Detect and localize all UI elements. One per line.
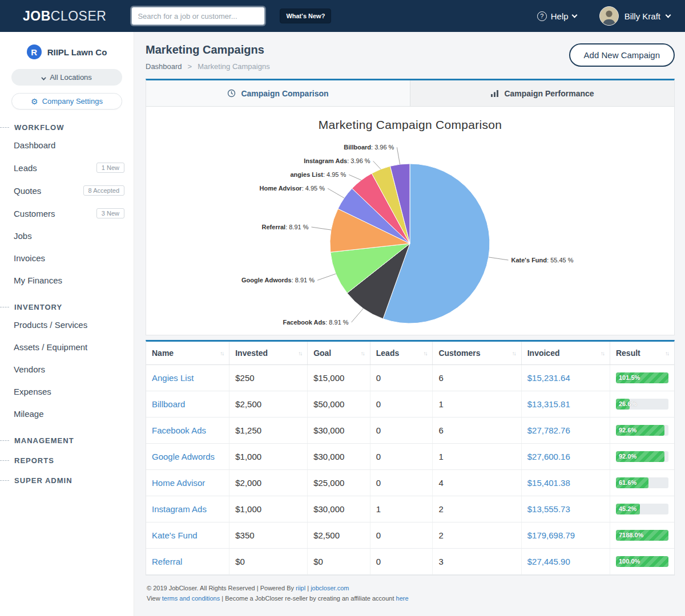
cell-result: 61.6% <box>610 470 674 496</box>
cell-leads: 0 <box>370 522 433 549</box>
company-settings-button[interactable]: ⚙ Company Settings <box>11 93 122 110</box>
cell-name: Instagram Ads <box>146 496 229 522</box>
tab-campaign-comparison[interactable]: Campaign Comparison <box>146 80 410 106</box>
jobcloser-logo[interactable]: JOBCLOSER <box>23 9 106 24</box>
search-input[interactable] <box>131 7 265 25</box>
campaign-name-link[interactable]: Google Adwords <box>152 452 215 461</box>
sidebar-item-mileage[interactable]: Mileage <box>0 403 134 425</box>
sidebar-item-leads[interactable]: Leads1 New <box>0 156 134 179</box>
cell-goal: $30,000 <box>308 444 370 470</box>
invoiced-link[interactable]: $13,315.81 <box>527 399 570 409</box>
campaign-name-link[interactable]: Billboard <box>152 399 185 409</box>
company-name: RIIPL Lawn Co <box>47 47 107 57</box>
campaign-name-link[interactable]: Instagram Ads <box>152 504 207 514</box>
chart-title: Marketing Campaign Comparison <box>146 118 674 132</box>
footer-link[interactable]: terms and conditions <box>162 595 220 602</box>
cell-invoiced: $15,231.64 <box>521 365 610 391</box>
campaign-name-link[interactable]: Kate's Fund <box>152 530 198 540</box>
pie-label-connector <box>349 175 361 180</box>
campaign-name-link[interactable]: Angies List <box>152 373 194 383</box>
invoiced-link[interactable]: $27,782.76 <box>527 425 570 435</box>
cell-result: 7188.0% <box>610 522 674 549</box>
sidebar-item-quotes[interactable]: Quotes8 Accepted <box>0 179 134 202</box>
sidebar-item-expenses[interactable]: Expenses <box>0 380 134 403</box>
column-header-invoiced[interactable]: Invoiced↑↓ <box>521 342 610 365</box>
page-title: Marketing Campaigns <box>146 43 270 56</box>
column-header-result[interactable]: Result↑↓ <box>610 342 674 365</box>
help-menu[interactable]: ? Help <box>537 11 577 21</box>
tab-campaign-performance[interactable]: Campaign Performance <box>410 80 674 106</box>
column-header-customers[interactable]: Customers↑↓ <box>433 342 521 365</box>
sidebar-item-my-finances[interactable]: My Finances <box>0 269 134 291</box>
campaign-table-head-row: Name↑↓Invested↑↓Goal↑↓Leads↑↓Customers↑↓… <box>146 342 674 365</box>
footer-link[interactable]: here <box>396 595 409 602</box>
table-row: Facebook Ads$1,250$30,00006$27,782.7692.… <box>146 418 674 444</box>
campaign-name-link[interactable]: Home Advisor <box>152 478 205 488</box>
sidebar-item-customers[interactable]: Customers3 New <box>0 202 134 225</box>
add-new-campaign-button[interactable]: Add New Campaign <box>569 43 675 67</box>
company-switcher[interactable]: R RIIPL Lawn Co <box>0 41 134 62</box>
column-header-goal[interactable]: Goal↑↓ <box>308 342 370 365</box>
breadcrumb-current: Marketing Campaigns <box>198 62 269 71</box>
sidebar-item-assets-equipment[interactable]: Assets / Equipment <box>0 336 134 358</box>
sort-icon: ↑↓ <box>509 350 515 356</box>
invoiced-link[interactable]: $27,445.90 <box>527 557 570 566</box>
cell-invoiced: $15,401.38 <box>521 470 610 496</box>
sidebar-item-jobs[interactable]: Jobs <box>0 225 134 247</box>
user-menu[interactable]: Billy Kraft <box>599 6 670 26</box>
footer-link[interactable]: riipl <box>296 585 305 591</box>
cell-leads: 0 <box>370 391 433 418</box>
sidebar-section-workflow: WORKFLOW <box>0 123 134 132</box>
cell-name: Billboard <box>146 391 229 418</box>
sidebar-item-badge: 8 Accepted <box>83 185 124 196</box>
campaign-table-body: Angies List$250$15,00006$15,231.64101.5%… <box>146 365 674 575</box>
invoiced-link[interactable]: $179,698.79 <box>527 530 575 540</box>
result-percent-label: 26.6% <box>619 399 636 410</box>
cell-leads: 0 <box>370 444 433 470</box>
sidebar-item-dashboard[interactable]: Dashboard <box>0 134 134 156</box>
sidebar-item-invoices[interactable]: Invoices <box>0 247 134 269</box>
result-progress-bar: 45.2% <box>616 504 668 514</box>
sidebar-item-label: Quotes <box>14 186 41 196</box>
cell-name: Facebook Ads <box>146 418 229 444</box>
pie-label-connector <box>312 227 332 230</box>
cell-result: 92.6% <box>610 418 674 444</box>
all-locations-dropdown[interactable]: All Locations <box>11 69 122 86</box>
cell-customers: 2 <box>433 496 521 522</box>
company-logo: R <box>27 44 42 59</box>
invoiced-link[interactable]: $27,600.16 <box>527 452 570 461</box>
chart-card: Campaign ComparisonCampaign Performance … <box>146 79 675 335</box>
invoiced-link[interactable]: $15,231.64 <box>527 373 570 383</box>
column-header-leads[interactable]: Leads↑↓ <box>370 342 433 365</box>
footer-line2: View terms and conditions | Become a Job… <box>147 594 675 604</box>
sidebar-item-vendors[interactable]: Vendors <box>0 358 134 380</box>
result-progress-bar: 61.6% <box>616 477 668 488</box>
column-header-name[interactable]: Name↑↓ <box>146 342 229 365</box>
cell-customers: 4 <box>433 470 521 496</box>
user-name: Billy Kraft <box>624 11 660 21</box>
cell-leads: 0 <box>370 470 433 496</box>
sidebar-item-products-services[interactable]: Products / Services <box>0 314 134 336</box>
pie-label-connector <box>317 274 336 280</box>
tab-label: Campaign Comparison <box>241 89 328 98</box>
chevron-down-icon <box>571 12 577 18</box>
invoiced-link[interactable]: $13,555.73 <box>527 504 570 514</box>
column-header-invested[interactable]: Invested↑↓ <box>229 342 308 365</box>
help-icon: ? <box>537 11 547 21</box>
breadcrumb-dashboard[interactable]: Dashboard <box>146 62 182 71</box>
column-label: Name <box>152 348 174 358</box>
sidebar-item-label: Customers <box>14 209 55 218</box>
footer-link[interactable]: jobcloser.com <box>311 585 349 591</box>
cell-invested: $350 <box>229 522 308 549</box>
footer-text: | Become a JobCloser re-seller by creati… <box>220 595 396 602</box>
result-percent-label: 7188.0% <box>619 530 643 541</box>
pie-label-facebook-ads: Facebook Ads: 8.91 % <box>283 319 348 326</box>
result-percent-label: 101.5% <box>619 372 640 383</box>
whats-new-button[interactable]: What's New? <box>280 9 331 23</box>
cell-invoiced: $27,445.90 <box>521 549 610 575</box>
campaign-name-link[interactable]: Facebook Ads <box>152 425 206 435</box>
invoiced-link[interactable]: $15,401.38 <box>527 478 570 488</box>
campaign-name-link[interactable]: Referral <box>152 557 182 566</box>
navbar-right: ? Help Billy Kraft <box>537 6 670 26</box>
sidebar-item-label: Expenses <box>14 387 51 396</box>
